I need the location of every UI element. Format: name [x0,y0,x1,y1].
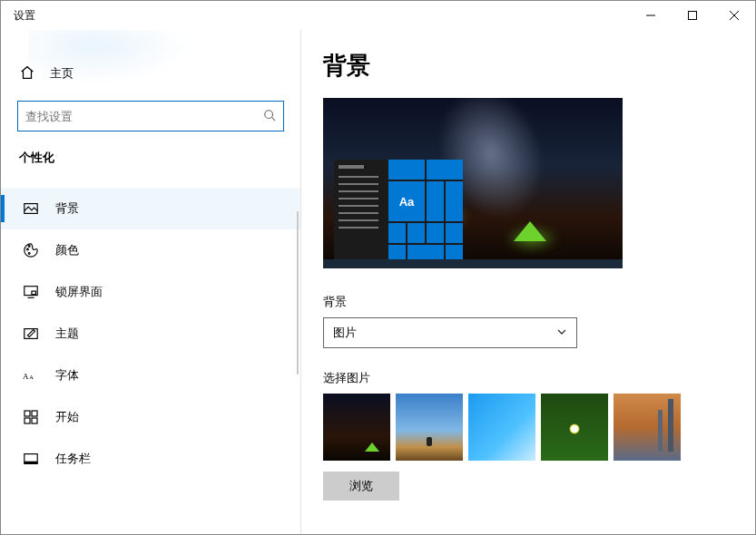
title-bar: 设置 [1,1,755,30]
section-header: 个性化 [1,131,300,171]
picture-thumbnail[interactable] [614,394,681,461]
sidebar-item-label: 任务栏 [55,451,91,467]
palette-icon [23,242,39,258]
svg-rect-0 [689,12,697,20]
search-icon [263,109,276,124]
svg-point-3 [27,248,29,250]
preview-tile-text: Aa [388,181,425,221]
chevron-down-icon [556,326,567,340]
lockscreen-icon [23,284,39,300]
svg-point-5 [28,253,30,255]
background-dropdown[interactable]: 图片 [323,317,577,348]
picture-thumbnail[interactable] [541,394,608,461]
svg-rect-14 [32,418,37,423]
browse-button[interactable]: 浏览 [323,472,399,501]
sidebar-item-label: 开始 [55,409,79,425]
search-input[interactable] [25,110,263,123]
svg-rect-11 [25,411,30,416]
svg-rect-13 [25,418,30,423]
home-link[interactable]: 主页 [1,54,300,93]
desktop-preview: Aa [323,98,623,268]
sidebar-item-colors[interactable]: 颜色 [1,229,300,271]
home-icon [19,64,35,83]
svg-rect-7 [32,291,36,295]
sidebar-scrollbar[interactable] [297,211,299,374]
svg-text:A: A [29,374,34,381]
sidebar-item-themes[interactable]: 主题 [1,313,300,355]
sidebar-item-label: 颜色 [55,242,79,258]
sidebar-item-fonts[interactable]: AA 字体 [1,355,300,396]
svg-text:A: A [23,373,29,382]
page-heading: 背景 [323,50,730,82]
svg-point-1 [265,110,273,118]
start-icon [23,410,39,424]
minimize-button[interactable] [630,1,672,30]
preview-tiles: Aa [388,160,463,259]
picture-thumbnails [323,394,730,461]
sidebar-item-background[interactable]: 背景 [1,188,300,229]
close-button[interactable] [713,1,755,30]
sidebar-item-label: 主题 [55,326,79,342]
dropdown-value: 图片 [333,325,357,341]
sidebar: 主页 个性化 背景 [1,30,300,534]
window-title: 设置 [14,8,35,24]
background-dropdown-label: 背景 [323,294,730,310]
sidebar-item-lockscreen[interactable]: 锁屏界面 [1,271,300,313]
maximize-button[interactable] [672,1,713,30]
picture-icon [23,200,39,217]
choose-picture-label: 选择图片 [323,370,730,386]
sidebar-item-label: 背景 [55,200,79,217]
sidebar-item-label: 字体 [55,367,79,384]
home-label: 主页 [50,65,74,82]
svg-rect-16 [25,462,37,464]
svg-rect-12 [32,411,37,416]
preview-startmenu [334,160,388,259]
pencil-icon [23,326,39,342]
picture-thumbnail[interactable] [468,394,535,461]
taskbar-icon [23,451,39,467]
svg-point-4 [28,246,30,248]
sidebar-item-label: 锁屏界面 [55,284,103,300]
picture-thumbnail[interactable] [323,394,390,461]
picture-thumbnail[interactable] [396,394,463,461]
sidebar-item-taskbar[interactable]: 任务栏 [1,438,300,480]
sidebar-item-start[interactable]: 开始 [1,396,300,438]
main-pane: 背景 Aa 背景 图片 [300,30,755,534]
font-icon: AA [23,369,39,382]
search-box[interactable] [17,101,284,131]
svg-rect-8 [25,329,37,339]
